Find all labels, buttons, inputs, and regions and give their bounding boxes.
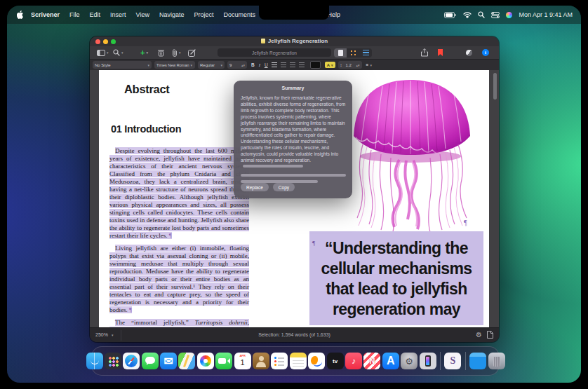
line-spacing-stepper[interactable]: ↕1.2▴▾ (338, 61, 362, 69)
info-icon[interactable]: i (482, 48, 489, 57)
dock-separator (465, 352, 466, 370)
add-item-icon[interactable]: +▾ (140, 48, 148, 57)
menubar-status: Mon Apr 1 9:41 AM (444, 6, 573, 24)
menu-documents[interactable]: Documents (223, 11, 255, 18)
launchpad-dock-icon[interactable] (105, 353, 121, 369)
reminders-dock-icon[interactable] (271, 353, 288, 369)
style-select[interactable]: No Style▾ (93, 61, 152, 69)
notes-dock-icon[interactable] (290, 353, 307, 369)
corkboard-view-icon (350, 50, 356, 56)
share-icon[interactable] (421, 48, 428, 57)
text-color-swatch[interactable] (310, 61, 321, 69)
bookmark-icon[interactable] (438, 48, 443, 57)
downloads-dock-icon[interactable] (469, 353, 486, 369)
contacts-dock-icon[interactable] (253, 353, 269, 369)
scrollbar-thumb[interactable] (493, 73, 497, 100)
wallpaper: Scrivener FileEditInsertViewNavigateProj… (7, 6, 581, 383)
menu-file[interactable]: File (69, 11, 80, 18)
menu-insert[interactable]: Insert (110, 11, 126, 18)
mail-dock-icon[interactable]: ✉ (160, 353, 177, 369)
export-page-icon[interactable] (487, 331, 493, 339)
heading-introduction: 01 Introduction (111, 123, 181, 135)
toolbar: ▾ ▾ +▾ ▾ Jellyfish Regeneration (90, 46, 499, 60)
pull-quote-block[interactable]: ¶ “Understanding the cellular mechanisms… (309, 231, 483, 325)
menubar-clock[interactable]: Mon Apr 1 9:41 AM (519, 11, 573, 18)
trash-dock-icon[interactable] (488, 353, 505, 369)
align-justify-button[interactable] (299, 62, 305, 67)
finder-dock-icon[interactable] (86, 353, 103, 369)
menu-app-name[interactable]: Scrivener (31, 11, 60, 18)
messages-dock-icon[interactable] (142, 353, 159, 369)
popup-title: Summary (234, 86, 352, 90)
menu-help[interactable]: Help (328, 11, 341, 18)
tv-dock-icon[interactable]: tv (327, 353, 344, 369)
window-footer: 250%▾ Selection: 1,594 words (of 1,633) … (90, 327, 499, 342)
scrivener-window: Jellyfish Regeneration ▾ ▾ +▾ ▾ (90, 36, 499, 342)
italic-button[interactable]: I (259, 62, 260, 67)
pilcrow-mark: ¶ (464, 219, 467, 226)
titlebar: Jellyfish Regeneration (90, 36, 499, 46)
word-count-status: Selection: 1,594 words (of 1,633) (90, 332, 499, 337)
align-center-button[interactable] (281, 62, 286, 67)
trash-icon[interactable] (158, 48, 164, 57)
menubar: Scrivener FileEditInsertViewNavigateProj… (7, 6, 581, 24)
facetime-dock-icon[interactable] (215, 353, 232, 369)
sidebar-toggle-icon[interactable]: ▾ (97, 48, 109, 57)
view-outline-button[interactable] (359, 48, 372, 57)
battery-icon[interactable] (444, 12, 457, 18)
align-left-button[interactable] (272, 62, 277, 67)
bold-button[interactable]: B (251, 62, 255, 67)
font-size-stepper[interactable]: 9▴▾ (227, 61, 247, 69)
menu-navigate[interactable]: Navigate (159, 11, 185, 18)
dock-separator (440, 352, 441, 370)
align-right-button[interactable] (290, 62, 295, 67)
highlight-color-swatch[interactable]: A▾ (325, 62, 335, 68)
wifi-icon[interactable] (463, 12, 472, 18)
document-view-icon (338, 50, 343, 56)
siri-icon[interactable] (506, 12, 512, 18)
replace-button[interactable]: Replace (241, 183, 269, 191)
search-icon[interactable] (478, 11, 485, 18)
apple-menu-icon[interactable] (17, 11, 24, 19)
jellyfish-illustration (330, 71, 489, 234)
search-icon[interactable]: ▾ (113, 48, 123, 57)
menu-project[interactable]: Project (194, 11, 213, 18)
compose-icon[interactable] (188, 48, 196, 57)
settings-dock-icon[interactable]: ⚙ (401, 353, 417, 369)
paragraph-1: Despite evolving throughout the last 600… (109, 147, 249, 240)
iphone-dock-icon[interactable] (420, 353, 436, 369)
control-center-icon[interactable] (491, 12, 500, 18)
camera-notch (259, 6, 329, 20)
view-corkboard-button[interactable] (347, 48, 359, 57)
title-search-field[interactable]: Jellyfish Regeneration (218, 48, 331, 57)
paragraph-2: Living jellyfish are either (i) immobile… (109, 245, 249, 314)
appearance-toggle-icon[interactable] (466, 48, 472, 57)
outline-view-icon (363, 50, 369, 56)
appstore-dock-icon[interactable]: A (382, 353, 399, 369)
font-select[interactable]: Times New Roman▾ (154, 61, 195, 69)
popup-body-text: Jellyfish, known for their remarkable re… (241, 95, 346, 183)
calendar-dock-icon[interactable]: 1 (234, 353, 251, 369)
desktop: Scrivener FileEditInsertViewNavigateProj… (0, 0, 588, 389)
maps-dock-icon[interactable] (178, 353, 195, 369)
body-text[interactable]: Despite evolving throughout the last 600… (109, 147, 249, 327)
freeform-dock-icon[interactable] (308, 353, 325, 369)
format-bar: No Style▾ Times New Roman▾ Regular▾ 9▴▾ … (90, 60, 499, 71)
safari-dock-icon[interactable] (123, 353, 140, 369)
menu-view[interactable]: View (136, 11, 149, 18)
window-title: Jellyfish Regeneration (90, 38, 499, 44)
news-dock-icon[interactable]: N (363, 353, 380, 369)
underline-button[interactable]: U (265, 62, 268, 67)
paperclip-icon[interactable]: ▾ (172, 48, 181, 57)
copy-button[interactable]: Copy (273, 183, 295, 191)
menu-edit[interactable]: Edit (90, 11, 101, 18)
list-format-button[interactable]: ≡▾ (366, 62, 372, 67)
music-dock-icon[interactable]: ♪ (345, 353, 362, 369)
font-variant-select[interactable]: Regular▾ (198, 61, 225, 69)
scrivener-dock-icon[interactable]: S (444, 353, 461, 369)
photos-dock-icon[interactable] (197, 353, 214, 369)
gear-icon[interactable]: ⚙ (476, 332, 482, 339)
heading-abstract: Abstract (124, 83, 170, 96)
view-document-button[interactable] (334, 48, 347, 57)
summary-popup: Summary Jellyfish, known for their remar… (234, 81, 352, 198)
